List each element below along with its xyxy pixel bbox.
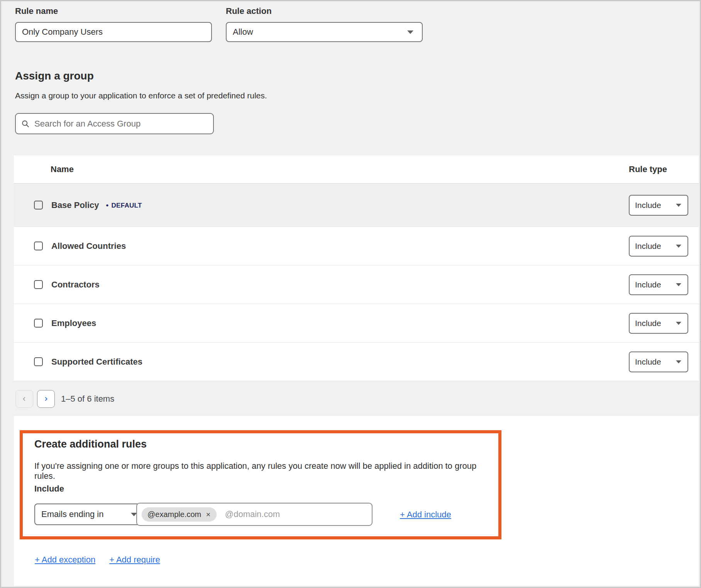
add-require-link[interactable]: + Add require [109,555,160,565]
chevron-left-icon [22,396,27,402]
create-rules-card: Create additional rules If you're assign… [14,416,699,586]
default-badge: DEFAULT [106,201,142,210]
remove-chip-icon[interactable]: ✕ [206,512,211,517]
rule-name-label: Rule name [15,6,58,16]
chip-label: @example.com [147,510,201,519]
add-include-link[interactable]: + Add include [400,510,451,520]
row-checkbox[interactable] [34,319,43,328]
access-group-search[interactable] [15,113,214,134]
rule-type-value: Include [635,242,661,251]
table-row: Contractors Include [14,265,699,304]
email-domains-input[interactable]: @example.com ✕ [136,503,373,526]
access-groups-table: Name Rule type Base Policy DEFAULT Inclu… [14,155,699,381]
rule-type-value: Include [635,319,661,328]
footer-links: + Add exception + Add require [35,555,160,565]
rule-name-input[interactable] [15,22,212,42]
include-label: Include [34,484,64,494]
row-checkbox[interactable] [34,242,43,250]
rule-type-value: Include [635,357,661,367]
search-icon [21,120,30,128]
column-header-rule-type: Rule type [629,164,688,174]
row-checkbox[interactable] [34,357,43,366]
rule-type-value: Include [635,280,661,289]
assign-group-description: Assign a group to your application to en… [15,91,267,100]
add-exception-link[interactable]: + Add exception [35,555,95,565]
table-row: Employees Include [14,304,699,343]
rule-type-select[interactable]: Include [629,195,688,216]
access-rule-form-page: Rule name Rule action Allow Assign a gro… [0,0,701,588]
assign-group-title: Assign a group [15,70,94,82]
row-checkbox[interactable] [34,280,43,289]
domain-input[interactable] [225,509,367,519]
chevron-down-icon [676,204,681,207]
pagination: 1–5 of 6 items [15,390,114,408]
table-row: Base Policy DEFAULT Include [14,184,699,227]
orange-highlight-box: Create additional rules If you're assign… [20,430,501,539]
rule-type-select[interactable]: Include [629,274,688,295]
chevron-down-icon [676,245,681,248]
table-header-row: Name Rule type [14,155,699,184]
search-input[interactable] [34,119,208,129]
pagination-summary: 1–5 of 6 items [61,394,114,404]
chevron-down-icon [676,283,681,286]
rule-action-label: Rule action [226,6,272,16]
row-checkbox[interactable] [34,201,43,210]
chevron-down-icon [407,30,413,34]
group-name: Allowed Countries [51,241,126,251]
chevron-right-icon [43,396,49,402]
create-rules-title: Create additional rules [34,438,147,450]
group-name: Supported Certificates [51,357,142,367]
email-domain-chip: @example.com ✕ [142,507,217,522]
chevron-down-icon [676,360,681,363]
group-name: Employees [51,318,96,328]
column-header-name: Name [38,164,629,174]
rule-type-select[interactable]: Include [629,351,688,372]
rule-type-select[interactable]: Include [629,236,688,257]
next-page-button[interactable] [37,390,55,408]
rule-action-select[interactable]: Allow [226,22,423,42]
rule-type-value: Include [635,201,661,210]
table-row: Supported Certificates Include [14,343,699,381]
rule-action-value: Allow [233,27,253,37]
chevron-down-icon [676,322,681,325]
rule-type-select[interactable]: Include [629,313,688,334]
condition-type-select[interactable]: Emails ending in [34,504,145,525]
condition-type-value: Emails ending in [41,509,103,519]
table-row: Allowed Countries Include [14,227,699,265]
previous-page-button[interactable] [15,390,33,408]
group-name: Contractors [51,280,100,290]
group-name: Base Policy [51,200,99,210]
create-rules-description: If you're assigning one or more groups t… [34,461,478,481]
